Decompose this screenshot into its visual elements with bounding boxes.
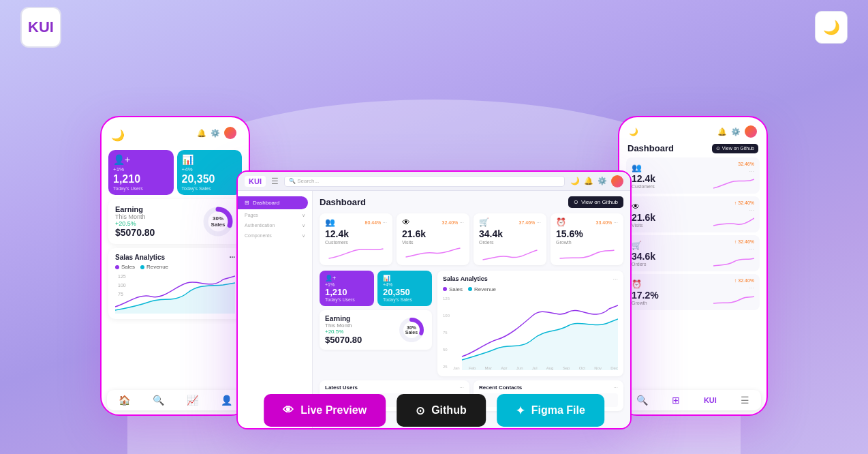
growth-icon-rphone: ⏰ [632, 279, 659, 289]
phone-left-bottom-nav[interactable]: 🏠 🔍 📈 👤 [107, 390, 243, 410]
legend-revenue: Revenue [140, 264, 168, 270]
phone-left-icons: 🔔 ⚙️ [194, 125, 239, 140]
visits-icon-rphone: 👁 [632, 202, 655, 211]
tablet-legend: Sales Revenue [443, 286, 618, 292]
tablet-logo: KUI [245, 176, 266, 187]
visits-value-rphone: 21.6k [632, 212, 655, 223]
github-icon-rphone: ⊙ [716, 146, 720, 151]
sidebar-item-dashboard[interactable]: ⊞ Dashboard [238, 196, 308, 209]
rphone-metric-visits-right: ↑ 32.40% ··· [713, 200, 754, 228]
cta-buttons-row: 👁 Live Preview ⊙ Github ✦ Figma File [264, 394, 604, 427]
legend-sales: Sales [115, 264, 135, 270]
phone-left: 🌙 🔔 ⚙️ 👤+ +1% 1,210 Today's Users 📊 +4% … [100, 116, 250, 416]
github-icon-tablet: ⊙ [574, 199, 578, 205]
donut-chart: 30%Sales [201, 205, 235, 239]
orders-label: Orders [479, 240, 541, 245]
settings-icon-rphone: ⚙️ [731, 127, 741, 136]
theme-toggle-button[interactable]: 🌙 [815, 11, 848, 44]
figma-button[interactable]: ✦ Figma File [497, 394, 604, 427]
search-nav-icon[interactable]: 🔍 [153, 395, 164, 406]
tablet-avatar [611, 175, 623, 187]
tablet-earning-info: Earning This Month +20.5% $5070.80 [325, 315, 362, 345]
moon-icon-tablet: 🌙 [570, 177, 580, 185]
customers-value: 12.4k [325, 228, 387, 240]
search-icon: 🔍 Search... [289, 178, 319, 184]
rphone-metric-customers-right: 32.46% ··· [713, 162, 754, 190]
stat-value-users: 1,210 [113, 172, 169, 185]
growth-label-rphone: Growth [632, 301, 659, 305]
stat-card-users: 👤+ +1% 1,210 Today's Users [108, 150, 174, 195]
tablet-stats-row: 👤+ +1% 1,210 Today's Users 📊 +4% 20,350 … [320, 271, 432, 306]
stat-label-sales: Today's Sales [182, 186, 238, 191]
customers-icon: 👥 [325, 217, 335, 227]
tablet-topbar: KUI ☰ 🔍 Search... 🌙 🔔 ⚙️ [238, 172, 630, 191]
tablet-menu-icon[interactable]: ☰ [271, 177, 279, 186]
tablet-center: KUI ☰ 🔍 Search... 🌙 🔔 ⚙️ ⊞ Dashboard [236, 170, 632, 429]
customers-icon-rphone: 👥 [632, 163, 655, 172]
metric-growth: ⏰ 33.40% ··· 15.6% Growth [551, 213, 623, 265]
sidebar-section-pages: Pages ∨ [238, 209, 312, 220]
rphone-metric-orders-left: 🛒 34.6k Orders [632, 241, 655, 267]
tablet-dashboard-header: Dashboard ⊙ View on Github [320, 196, 623, 208]
figma-icon: ✦ [516, 404, 525, 417]
rphone-metrics: 👥 12.4k Customers 32.46% ··· 👁 21.6k Vis… [626, 157, 760, 310]
chevron-icon-auth: ∨ [302, 223, 305, 228]
tablet-legend-sales: Sales [443, 286, 463, 292]
recent-contacts-header: Recent Contacts ··· [479, 384, 618, 391]
phone-left-stats-row: 👤+ +1% 1,210 Today's Users 📊 +4% 20,350 … [108, 150, 242, 195]
rphone-github-button[interactable]: ⊙ View on Github [712, 144, 758, 153]
sidebar-section-components: Components ∨ [238, 230, 312, 240]
orders-value-rphone: 34.6k [632, 251, 655, 262]
github-button[interactable]: ⊙ Github [397, 394, 486, 427]
customers-label-rphone: Customers [632, 184, 655, 189]
bell-icon-tablet: 🔔 [584, 177, 593, 185]
metric-customers: 👥 80.44% ··· 12.4k Customers [320, 213, 392, 265]
tablet-stat-users: 👤+ +1% 1,210 Today's Users [320, 271, 374, 306]
github-icon: ⊙ [416, 404, 424, 417]
stat-delta-users: +1% [113, 166, 169, 172]
stat-card-sales: 📊 +4% 20,350 Today's Sales [177, 150, 243, 195]
recent-contacts-more: ··· [613, 384, 618, 391]
tablet-sidebar: ⊞ Dashboard Pages ∨ Authentication ∨ Com… [238, 191, 313, 428]
orders-icon: 🛒 [479, 217, 489, 227]
phone-left-analytics-card: Salas Analytics ··· Sales Revenue [108, 248, 242, 319]
chevron-icon: ∨ [302, 213, 305, 218]
bell-icon: 🔔 [197, 129, 206, 138]
logo-nav-rphone[interactable]: KUI [704, 396, 717, 404]
live-preview-button[interactable]: 👁 Live Preview [264, 394, 386, 427]
growth-value-rphone: 17.2% [632, 290, 659, 301]
tablet-earning-card: Earning This Month +20.5% $5070.80 [320, 310, 432, 350]
tablet-donut: 30%Sales [397, 315, 427, 345]
phone-left-earning-card: Earning This Month +20.5% $5070.80 30%Sa… [108, 199, 242, 244]
chart-nav-icon[interactable]: 📈 [187, 395, 198, 406]
customers-delta: 80.44% [365, 220, 382, 225]
rphone-metric-customers-left: 👥 12.4k Customers [632, 163, 655, 189]
search-nav-rphone[interactable]: 🔍 [636, 395, 648, 406]
legend-revenue-label: Revenue [146, 264, 168, 270]
analytics-title: Salas Analytics ··· [115, 254, 235, 261]
dashboard-icon: ⊞ [245, 200, 249, 206]
rphone-metric-growth-right: ↑ 32.40% ··· [713, 278, 754, 306]
customers-value-rphone: 12.4k [632, 173, 655, 184]
growth-icon: ⏰ [556, 217, 566, 227]
growth-delta: 33.40% [596, 220, 613, 225]
visits-label: Visits [402, 240, 464, 245]
menu-nav-rphone[interactable]: ☰ [741, 395, 749, 406]
profile-nav-icon[interactable]: 👤 [221, 395, 232, 406]
rphone-title: Dashboard [627, 143, 674, 153]
home-nav-icon[interactable]: 🏠 [119, 395, 130, 406]
tablet-search-bar[interactable]: 🔍 Search... [284, 176, 565, 187]
stat-delta-sales: +4% [182, 166, 238, 172]
tablet-right-col: Salas Analytics ··· Sales Rev [437, 271, 623, 376]
latest-users-more: ··· [459, 384, 464, 391]
stat-label-users: Today's Users [113, 186, 169, 191]
rphone-metric-growth-left: ⏰ 17.2% Growth [632, 279, 659, 305]
view-github-button[interactable]: ⊙ View on Github [568, 196, 623, 208]
metric-orders: 🛒 37.46% ··· 34.4k Orders [474, 213, 546, 265]
tablet-analytics-card: Salas Analytics ··· Sales Rev [437, 271, 623, 376]
rphone-bottomnav[interactable]: 🔍 ⊞ KUI ☰ [625, 390, 761, 410]
top-bar: KUI 🌙 [0, 0, 868, 55]
home-nav-rphone[interactable]: ⊞ [672, 395, 680, 406]
tablet-legend-revenue: Revenue [468, 286, 496, 292]
tablet-stat-sales: 📊 +4% 20,350 Today's Sales [377, 271, 432, 306]
